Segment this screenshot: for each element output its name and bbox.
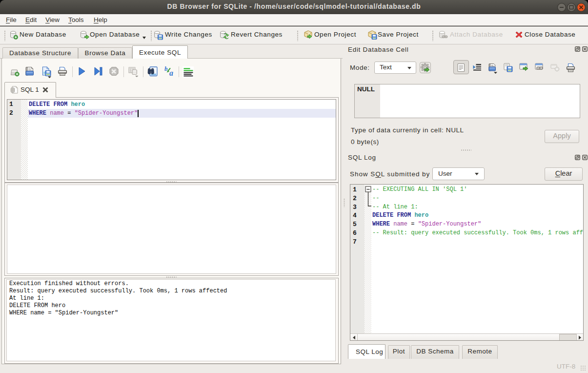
svg-text:a: a	[169, 69, 173, 77]
